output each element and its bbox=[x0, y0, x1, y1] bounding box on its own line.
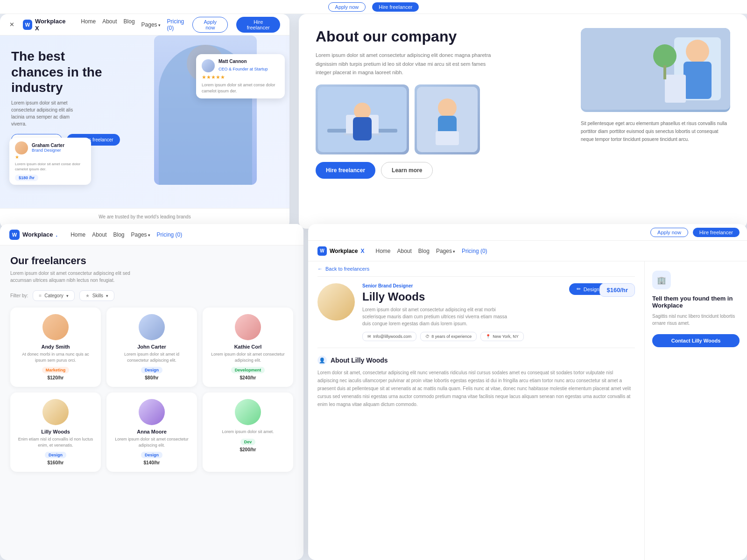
about-image-1 bbox=[316, 84, 409, 154]
profile-panel: ← Back to freelancers Senior Brand Desig… bbox=[308, 261, 644, 560]
q4-hire-btn[interactable]: Hire freelancer bbox=[693, 228, 740, 237]
nav-blog[interactable]: Blog bbox=[124, 18, 135, 31]
fl-logo-text: Workplace bbox=[22, 231, 53, 238]
fl-name-lilly: Lilly Woods bbox=[17, 429, 94, 434]
q4-logo-icon: W bbox=[317, 246, 327, 256]
fl-name-anna: Anna Moore bbox=[113, 429, 190, 434]
fl-nav-pricing[interactable]: Pricing (0) bbox=[157, 231, 183, 238]
fl-rate-anna: $140/hr bbox=[113, 460, 190, 465]
freelancers-title: Our freelancers bbox=[10, 255, 293, 267]
fl-nav-about[interactable]: About bbox=[92, 231, 106, 238]
q4-apply-bar: Apply now Hire freelancer bbox=[308, 224, 747, 241]
freelancers-description: Lorem ipsum dolor sit amet consectetur a… bbox=[10, 270, 141, 284]
profile-experience: ⏱ 8 years of experience bbox=[420, 332, 477, 341]
q4-logo-x: X bbox=[360, 248, 364, 254]
fl-logo-x: . bbox=[56, 231, 58, 238]
email-icon: ✉ bbox=[367, 334, 371, 339]
profile-bio: Lorem ipsum dolor sit amet consectetur a… bbox=[362, 306, 512, 327]
profile-meta: ✉ Info@lillywoods.com ⏱ 8 years of exper… bbox=[362, 332, 635, 341]
about-section: About our company Lorem ipsum dolor sit … bbox=[299, 14, 747, 229]
sidebar-title: Tell them you found them in Workplace bbox=[652, 295, 740, 309]
exp-text: 8 years of experience bbox=[431, 334, 472, 339]
fl-tag-6: Dev bbox=[240, 439, 256, 445]
q4-nav-pages[interactable]: Pages bbox=[436, 248, 455, 254]
filter-label: Filter by: bbox=[10, 293, 28, 298]
profile-section: Apply now Hire freelancer W Workplace X … bbox=[308, 224, 747, 560]
profile-mini-text: Lorem ipsum dolor sit amet conse dolor c… bbox=[15, 161, 85, 172]
apply-bar: Apply now Hire freelancer bbox=[0, 0, 747, 14]
review-text: Lorem ipsum dolor sit amet conse dolor c… bbox=[202, 82, 279, 94]
hero-title: The best chances in the industry bbox=[11, 49, 105, 96]
profile-rate: $160/hr bbox=[599, 283, 635, 297]
svg-rect-16 bbox=[663, 65, 666, 79]
profile-about-title: 👤 About Lilly Woods bbox=[317, 356, 635, 365]
contact-button[interactable]: Contact Lilly Woods bbox=[652, 334, 740, 347]
q4-logo: W Workplace X bbox=[317, 246, 364, 256]
nav-home[interactable]: Home bbox=[81, 18, 96, 31]
profile-about: 👤 About Lilly Woods Lorem dolor sit amet… bbox=[308, 348, 644, 416]
fl-desc-john: Lorem ipsum dolor sit amet id consectetu… bbox=[113, 351, 190, 363]
nav-about[interactable]: About bbox=[102, 18, 117, 31]
about-image-2 bbox=[415, 84, 480, 154]
freelancer-grid: Andy Smith At donec morbi in urna nunc q… bbox=[10, 308, 293, 472]
freelancer-card-kathie: Kathie Corl Lorem ipsum dolor sit amet c… bbox=[203, 308, 293, 387]
fl-name-kathie: Kathie Corl bbox=[209, 344, 287, 350]
sidebar-icon: 🏢 bbox=[652, 271, 671, 289]
hero-description: Lorem ipsum dolor sit amet consectetur a… bbox=[11, 99, 86, 127]
svg-point-7 bbox=[438, 98, 457, 117]
q4-nav-pricing[interactable]: Pricing (0) bbox=[462, 248, 487, 254]
fl-nav-logo: W Workplace . bbox=[9, 230, 57, 240]
q4-inner: ← Back to freelancers Senior Brand Desig… bbox=[308, 261, 747, 560]
location-text: New York, NY bbox=[493, 334, 519, 339]
fl-avatar-anna bbox=[139, 399, 165, 425]
review-card: Matt Cannon CEO & Founder at Startup ★★★… bbox=[196, 54, 285, 98]
svg-rect-14 bbox=[665, 75, 686, 103]
about-illustration-2 bbox=[417, 87, 478, 152]
hire-freelancer-button[interactable]: Hire freelancer bbox=[372, 2, 419, 12]
freelancer-card-andy: Andy Smith At donec morbi in urna nunc q… bbox=[10, 308, 101, 387]
hire-freelancer-btn[interactable]: Hire freelancer bbox=[316, 162, 375, 179]
nav-apply-button[interactable]: Apply now bbox=[192, 17, 228, 33]
reviewer-name: Matt Cannon bbox=[218, 59, 268, 64]
about-right-illustration bbox=[581, 28, 730, 110]
svg-rect-13 bbox=[684, 62, 712, 99]
fl-nav-home[interactable]: Home bbox=[70, 231, 85, 238]
about-buttons: Hire freelancer Learn more bbox=[316, 162, 570, 179]
q4-nav-home[interactable]: Home bbox=[375, 248, 390, 254]
fl-name-john: John Carter bbox=[113, 344, 190, 350]
fl-rate-john: $80/hr bbox=[113, 375, 190, 380]
freelancer-card-6: Lorem ipsum dolor sit amet. Dev $200/hr bbox=[203, 392, 293, 472]
about-title-text: About Lilly Woods bbox=[331, 357, 388, 364]
fl-desc-kathie: Lorem ipsum dolor sit amet consectetur a… bbox=[209, 351, 287, 363]
skills-filter[interactable]: ★ Skills bbox=[79, 290, 114, 301]
learn-more-btn[interactable]: Learn more bbox=[381, 162, 433, 179]
q4-nav-links: Home About Blog Pages Pricing (0) bbox=[375, 248, 487, 254]
sidebar-desc: Sagittis nisl nunc libero tincidunt lobo… bbox=[652, 313, 740, 327]
fl-avatar-lilly bbox=[42, 399, 69, 425]
about-body: About our company Lorem ipsum dolor sit … bbox=[299, 14, 747, 229]
q4-nav-about[interactable]: About bbox=[397, 248, 412, 254]
freelancers-section: W Workplace . Home About Blog Pages Pric… bbox=[0, 224, 303, 560]
close-icon[interactable]: ✕ bbox=[9, 21, 14, 28]
nav-pricing[interactable]: Pricing (0) bbox=[167, 18, 184, 31]
design-btn-text: Design bbox=[584, 287, 599, 292]
svg-point-12 bbox=[686, 40, 709, 63]
profile-mini-stars: ★ bbox=[15, 154, 85, 160]
q4-apply-btn[interactable]: Apply now bbox=[650, 228, 688, 237]
category-filter[interactable]: ≡ Category bbox=[33, 290, 74, 301]
fl-tag-kathie: Development bbox=[231, 367, 265, 373]
fl-desc-andy: At donec morbi in urna nunc quis ac ipsu… bbox=[17, 351, 94, 363]
nav-hire-button[interactable]: Hire freelancer bbox=[236, 17, 280, 33]
nav-pages[interactable]: Pages bbox=[141, 18, 161, 31]
fl-nav-blog[interactable]: Blog bbox=[113, 231, 125, 238]
fl-nav-pages[interactable]: Pages bbox=[131, 231, 150, 238]
svg-point-4 bbox=[354, 103, 371, 119]
q4-nav-blog[interactable]: Blog bbox=[418, 248, 430, 254]
back-to-freelancers[interactable]: ← Back to freelancers bbox=[308, 261, 644, 276]
fl-avatar-andy bbox=[42, 314, 69, 340]
profile-about-text: Lorem dolor sit amet, consectetur adipis… bbox=[317, 369, 635, 408]
apply-now-button[interactable]: Apply now bbox=[328, 2, 366, 12]
profile-location: 📍 New York, NY bbox=[480, 332, 524, 341]
filter-row: Filter by: ≡ Category ★ Skills bbox=[10, 290, 293, 301]
about-left: About our company Lorem ipsum dolor sit … bbox=[316, 28, 570, 215]
